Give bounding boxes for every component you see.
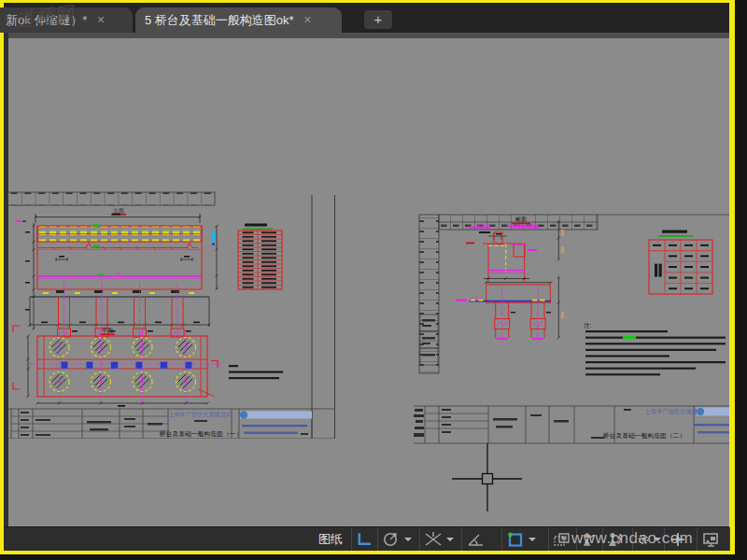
workspace-button[interactable] (664, 527, 697, 551)
chevron-down-icon[interactable] (446, 538, 454, 541)
sheet-title: 桥台及基础一般构造图（二） (602, 432, 685, 440)
isodraft-angle-icon (465, 531, 486, 548)
selection-cycling-button[interactable] (548, 527, 576, 551)
notes-heading: 注: (584, 322, 592, 329)
osnap-tracking-icon (423, 531, 444, 548)
section-piles (495, 287, 551, 343)
annotation-scale-icon (636, 531, 651, 548)
clean-screen-icon (700, 531, 721, 548)
ortho-icon (355, 531, 374, 548)
status-bar: 图纸 (4, 526, 729, 551)
isodraft-button[interactable] (461, 527, 501, 551)
plan-view: 平面 (13, 326, 283, 407)
polar-tracking-button[interactable] (377, 527, 419, 551)
crosshair-cursor (450, 443, 525, 514)
tab-bar: 新ok 伸缩缝）* ✕ 5 桥台及基础一般构造图ok* ✕ + 道桥网 (4, 3, 729, 33)
plan-label: 平面 (102, 327, 113, 334)
sheet-right: 断面 (414, 207, 729, 446)
paper-space-button[interactable]: 图纸 (315, 527, 346, 551)
close-icon[interactable]: ✕ (303, 14, 312, 26)
osnap-icon (505, 531, 526, 548)
tab-drawing-1[interactable]: 新ok 伸缩缝）* ✕ (0, 7, 133, 33)
elevation-label: 立面 (113, 207, 124, 215)
osnap-tracking-button[interactable] (419, 527, 461, 551)
canvas-top-strip (4, 33, 729, 38)
tab-label: 新ok 伸缩缝）* (6, 12, 87, 29)
sheet-left: 立面 (7, 189, 336, 439)
quantity-table-right (649, 231, 712, 295)
chevron-down-icon[interactable] (654, 538, 661, 541)
plan-notes (229, 365, 283, 379)
clean-screen-button[interactable] (697, 527, 730, 551)
quantity-table-left (238, 224, 282, 290)
cyan-marker (212, 231, 216, 242)
chevron-down-icon[interactable] (529, 538, 536, 541)
title-block-right: 上海市广告区交通建设局 桥台及基础一般构造图（二） (414, 406, 729, 443)
project-bar (240, 412, 312, 419)
project-logo-icon (240, 411, 247, 418)
annotation-scale-button[interactable] (632, 527, 664, 551)
anchor-squares (61, 362, 192, 370)
close-icon[interactable]: ✕ (96, 14, 105, 26)
polar-tracking-icon (381, 531, 402, 548)
new-tab-button[interactable]: + (364, 10, 392, 29)
workspace-icon (668, 531, 688, 548)
project-logo-icon (697, 408, 704, 415)
agency-name: 上海市广告区交通建设局 (168, 411, 232, 418)
annotation-visibility-icon (580, 531, 599, 548)
autoscale-icon (606, 531, 627, 548)
chevron-down-icon[interactable] (404, 538, 412, 541)
section-view: 断面 (456, 216, 564, 344)
selection-cycling-icon (552, 531, 572, 548)
sheet-title: 桥台及基础一般构造图（一） (159, 430, 242, 438)
cad-application-window: 新ok 伸缩缝）* ✕ 5 桥台及基础一般构造图ok* ✕ + 道桥网 (0, 0, 735, 554)
elevation-view: 立面 (15, 207, 218, 342)
osnap-button[interactable] (501, 527, 548, 551)
autoscale-button[interactable] (602, 527, 632, 551)
pickbox (483, 474, 493, 484)
tab-label: 5 桥台及基础一般构造图ok* (145, 12, 294, 29)
tab-drawing-2[interactable]: 5 桥台及基础一般构造图ok* ✕ (135, 7, 342, 33)
drawing-canvas[interactable]: 立面 (4, 33, 729, 527)
section-label: 断面 (515, 216, 527, 223)
ortho-button[interactable] (351, 527, 377, 551)
title-block-left: 上海市广告区交通建设局 桥台及基础一般构造图（一） (7, 409, 335, 439)
notes-block: 注: (584, 322, 726, 375)
annotation-visibility-button[interactable] (576, 527, 602, 551)
